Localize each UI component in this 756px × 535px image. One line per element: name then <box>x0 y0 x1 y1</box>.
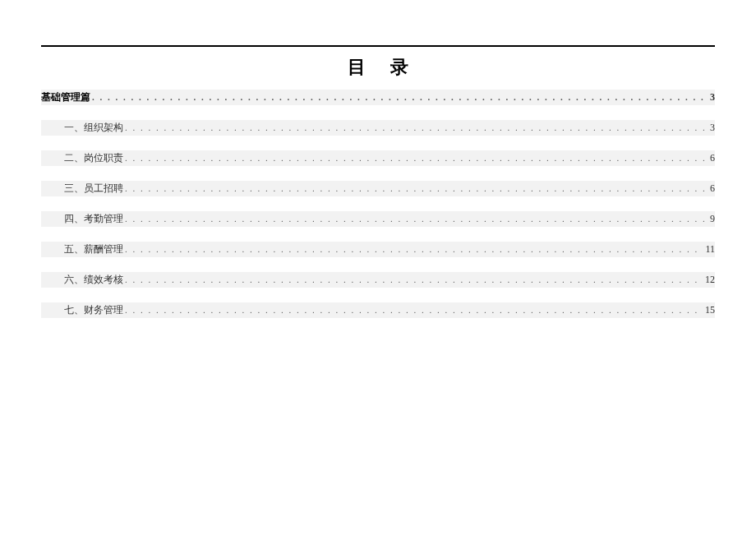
toc-entry-page: 15 <box>702 304 715 316</box>
toc-entry: 五、薪酬管理. . . . . . . . . . . . . . . . . … <box>41 242 715 257</box>
toc-entry: 基础管理篇. . . . . . . . . . . . . . . . . .… <box>41 90 715 105</box>
toc-entry-label: 基础管理篇 <box>41 90 92 104</box>
toc-leader-dots: . . . . . . . . . . . . . . . . . . . . … <box>125 183 707 193</box>
toc-entry-page: 11 <box>702 243 715 256</box>
toc-entry: 六、绩效考核. . . . . . . . . . . . . . . . . … <box>41 272 715 288</box>
toc-leader-dots: . . . . . . . . . . . . . . . . . . . . … <box>125 122 707 132</box>
toc-entry-label: 四、考勤管理 <box>64 212 125 226</box>
toc-entry: 二、岗位职责. . . . . . . . . . . . . . . . . … <box>41 150 715 166</box>
toc-leader-dots: . . . . . . . . . . . . . . . . . . . . … <box>125 305 702 315</box>
toc-title: 目录 <box>41 55 715 80</box>
toc-leader-dots: . . . . . . . . . . . . . . . . . . . . … <box>125 153 707 163</box>
toc-entry-page: 3 <box>707 91 715 104</box>
toc-entry-label: 一、组织架构 <box>64 121 125 135</box>
toc-entry-label: 三、员工招聘 <box>64 182 125 196</box>
toc-entry-label: 七、财务管理 <box>64 303 125 317</box>
toc-entry: 四、考勤管理. . . . . . . . . . . . . . . . . … <box>41 211 715 227</box>
toc-leader-dots: . . . . . . . . . . . . . . . . . . . . … <box>92 92 707 102</box>
toc-leader-dots: . . . . . . . . . . . . . . . . . . . . … <box>125 244 702 254</box>
toc-entry-page: 9 <box>707 213 715 225</box>
toc-entry-label: 六、绩效考核 <box>64 273 125 287</box>
toc-leader-dots: . . . . . . . . . . . . . . . . . . . . … <box>125 214 707 224</box>
toc-entry-page: 12 <box>702 274 715 286</box>
toc-list: 基础管理篇. . . . . . . . . . . . . . . . . .… <box>41 90 715 318</box>
toc-entry-page: 6 <box>707 182 715 195</box>
toc-entry: 三、员工招聘. . . . . . . . . . . . . . . . . … <box>41 181 715 196</box>
toc-entry-page: 6 <box>707 152 715 164</box>
toc-entry-label: 二、岗位职责 <box>64 151 125 165</box>
toc-entry: 一、组织架构. . . . . . . . . . . . . . . . . … <box>41 120 715 136</box>
top-border <box>41 45 715 47</box>
document-page: 目录 基础管理篇. . . . . . . . . . . . . . . . … <box>0 0 756 318</box>
toc-leader-dots: . . . . . . . . . . . . . . . . . . . . … <box>125 274 702 284</box>
toc-entry-page: 3 <box>707 122 715 134</box>
toc-entry-label: 五、薪酬管理 <box>64 242 125 256</box>
toc-entry: 七、财务管理. . . . . . . . . . . . . . . . . … <box>41 302 715 318</box>
